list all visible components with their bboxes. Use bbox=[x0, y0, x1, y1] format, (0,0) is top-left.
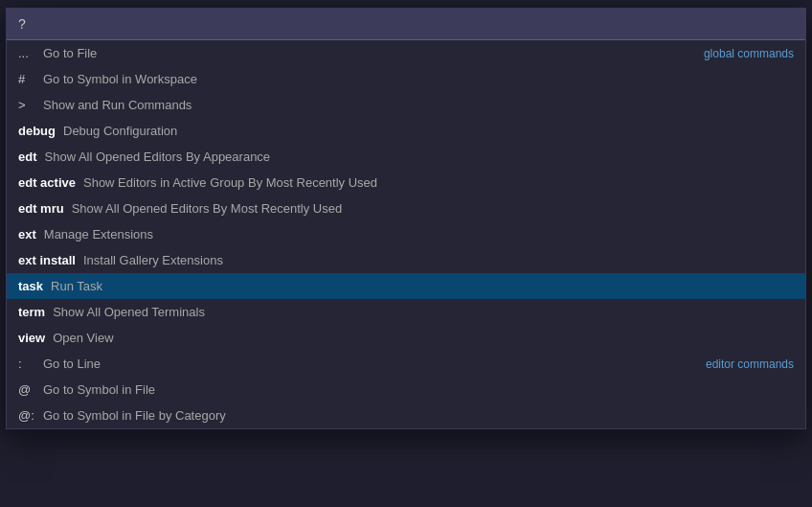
list-item[interactable]: : Go to Line editor commands bbox=[7, 351, 805, 377]
item-keyword: edt active bbox=[18, 175, 76, 190]
list-item[interactable]: view Open View bbox=[7, 325, 805, 351]
item-description: Show and Run Commands bbox=[43, 98, 192, 112]
item-description: Go to Symbol in File by Category bbox=[43, 408, 226, 423]
item-description: Manage Extensions bbox=[44, 227, 153, 242]
list-item[interactable]: ext Manage Extensions bbox=[7, 221, 805, 247]
item-prefix: > bbox=[18, 98, 37, 112]
list-item[interactable]: edt mru Show All Opened Editors By Most … bbox=[7, 196, 805, 221]
list-item[interactable]: # Go to Symbol in Workspace bbox=[7, 66, 805, 92]
item-description: Go to Symbol in File bbox=[43, 382, 155, 397]
editor-commands-badge: editor commands bbox=[706, 357, 794, 371]
list-item[interactable]: edt active Show Editors in Active Group … bbox=[7, 170, 805, 196]
item-keyword: debug bbox=[18, 124, 56, 138]
item-description: Go to Symbol in Workspace bbox=[43, 72, 197, 86]
item-keyword: edt mru bbox=[18, 201, 64, 216]
global-commands-badge: global commands bbox=[704, 47, 794, 60]
item-description: Install Gallery Extensions bbox=[83, 253, 223, 267]
item-description: Debug Configuration bbox=[63, 124, 177, 138]
item-description: Show All Opened Editors By Appearance bbox=[45, 150, 271, 164]
item-prefix: # bbox=[18, 72, 37, 86]
item-description: Show All Opened Terminals bbox=[53, 305, 205, 319]
item-prefix: @ bbox=[18, 382, 37, 397]
item-description: Run Task bbox=[51, 279, 102, 293]
item-description: Show Editors in Active Group By Most Rec… bbox=[83, 175, 377, 190]
list-item-highlighted[interactable]: task Run Task bbox=[7, 273, 805, 299]
item-prefix: ... bbox=[18, 46, 37, 60]
item-keyword: task bbox=[18, 279, 43, 293]
item-description: Show All Opened Editors By Most Recently… bbox=[72, 201, 343, 216]
search-input[interactable] bbox=[7, 9, 805, 40]
list-item[interactable]: @: Go to Symbol in File by Category bbox=[7, 403, 805, 428]
command-list: ... Go to File global commands # Go to S… bbox=[7, 40, 805, 428]
item-keyword: view bbox=[18, 331, 45, 345]
list-item[interactable]: ... Go to File global commands bbox=[7, 40, 805, 66]
item-description: Open View bbox=[53, 331, 113, 345]
list-item[interactable]: @ Go to Symbol in File bbox=[7, 377, 805, 403]
item-description: Go to File bbox=[43, 46, 97, 60]
command-palette: ... Go to File global commands # Go to S… bbox=[6, 8, 806, 429]
item-description: Go to Line bbox=[43, 357, 101, 371]
item-keyword: edt bbox=[18, 150, 37, 164]
item-prefix: @: bbox=[18, 408, 37, 423]
list-item[interactable]: ext install Install Gallery Extensions bbox=[7, 247, 805, 273]
item-keyword: ext install bbox=[18, 253, 76, 267]
item-keyword: term bbox=[18, 305, 45, 319]
list-item[interactable]: debug Debug Configuration bbox=[7, 118, 805, 144]
item-keyword: ext bbox=[18, 227, 36, 242]
list-item[interactable]: edt Show All Opened Editors By Appearanc… bbox=[7, 144, 805, 170]
list-item[interactable]: > Show and Run Commands bbox=[7, 92, 805, 118]
list-item[interactable]: term Show All Opened Terminals bbox=[7, 299, 805, 325]
item-prefix: : bbox=[18, 357, 37, 371]
